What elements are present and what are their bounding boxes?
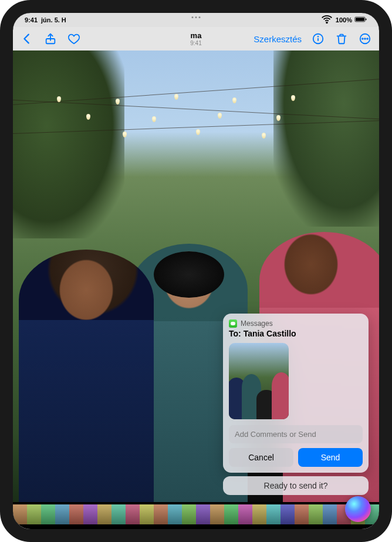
thumbnail[interactable] (41, 504, 55, 524)
thumbnail[interactable] (27, 504, 41, 524)
messages-app-label: Messages (241, 319, 273, 328)
svg-point-11 (367, 38, 368, 39)
share-button[interactable] (43, 32, 58, 46)
status-time: 9:41 (25, 16, 38, 23)
thumbnail[interactable] (182, 504, 196, 524)
info-button[interactable] (311, 32, 325, 46)
battery-percent: 100% (336, 16, 352, 23)
attachment-thumbnail[interactable] (229, 343, 289, 419)
recipient-line: To: Tania Castillo (229, 329, 363, 338)
thumbnail[interactable] (97, 504, 111, 524)
thumbnail[interactable] (238, 504, 252, 524)
wifi-icon (320, 13, 333, 27)
svg-point-0 (326, 22, 327, 23)
svg-point-6 (318, 36, 319, 37)
thumbnail[interactable] (266, 504, 281, 524)
thumbnail[interactable] (111, 504, 126, 524)
photo-date: ma (190, 31, 201, 40)
thumbnail[interactable] (55, 504, 69, 524)
thumbnail[interactable] (196, 504, 210, 524)
photos-toolbar: ma 9:41 Szerkesztés (13, 27, 379, 51)
thumbnail[interactable] (295, 504, 309, 524)
send-button[interactable]: Send (298, 448, 363, 467)
thumbnail[interactable] (126, 504, 140, 524)
home-indicator[interactable] (164, 525, 228, 527)
recipient-name: Tania Castillo (244, 329, 296, 338)
thumbnail[interactable] (168, 504, 182, 524)
thumbnail[interactable] (323, 504, 337, 524)
status-date: jún. 5. H (41, 16, 66, 23)
thumbnail[interactable] (154, 504, 168, 524)
battery-icon (354, 13, 367, 27)
thumbnail[interactable] (83, 504, 97, 524)
siri-prompt: Ready to send it? (223, 476, 369, 495)
thumbnail[interactable] (13, 504, 27, 524)
svg-rect-3 (366, 18, 367, 20)
thumbnail[interactable] (281, 504, 295, 524)
messages-app-icon (229, 319, 237, 328)
siri-messages-sheet: Messages To: Tania Castillo Cancel Send (223, 314, 369, 473)
photo-time: 9:41 (190, 40, 201, 46)
thumbnail[interactable] (140, 504, 154, 524)
favorite-button[interactable] (67, 32, 81, 46)
status-bar: 9:41 jún. 5. H 100% (13, 13, 379, 27)
svg-point-10 (364, 38, 366, 39)
more-button[interactable] (358, 32, 372, 46)
delete-button[interactable] (334, 32, 349, 46)
thumbnail-strip[interactable] (13, 504, 379, 524)
back-button[interactable] (20, 32, 34, 46)
thumbnail[interactable] (69, 504, 83, 524)
thumbnail[interactable] (210, 504, 224, 524)
cancel-button[interactable]: Cancel (229, 448, 293, 467)
multitask-dots[interactable] (192, 16, 201, 18)
svg-rect-2 (356, 18, 364, 21)
svg-point-9 (362, 38, 363, 39)
edit-button[interactable]: Szerkesztés (254, 34, 302, 44)
siri-orb[interactable] (345, 496, 371, 522)
comment-input[interactable] (229, 425, 363, 443)
thumbnail[interactable] (252, 504, 266, 524)
photo-date-header: ma 9:41 (190, 31, 201, 46)
thumbnail[interactable] (309, 504, 323, 524)
thumbnail[interactable] (224, 504, 238, 524)
